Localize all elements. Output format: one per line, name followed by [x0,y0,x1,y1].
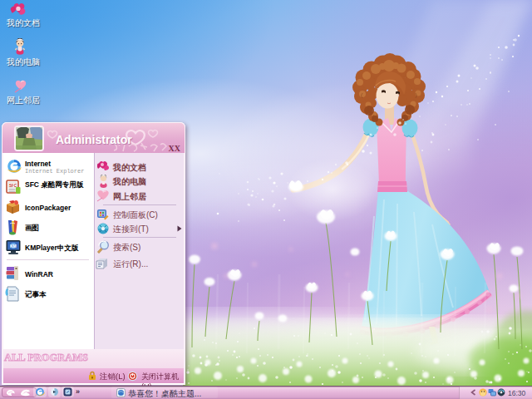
svg-text:KM: KM [10,244,17,249]
svg-text:SFC: SFC [9,184,17,188]
